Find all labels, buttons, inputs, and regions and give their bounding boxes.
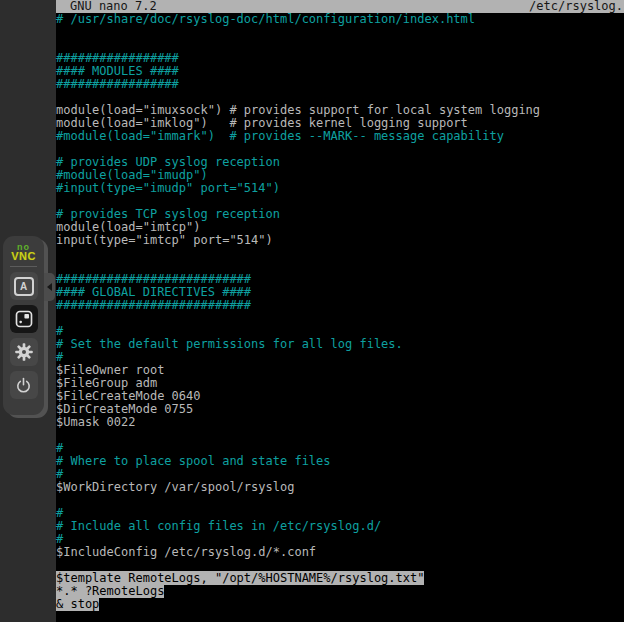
vnc-terminal-screen[interactable]: GNU nano 7.2 /etc/rsyslog. # /usr/share/… [56,0,624,622]
power-button[interactable] [10,371,38,399]
keyboard-button[interactable]: A [10,272,38,300]
editor-line: # Include all config files in /etc/rsysl… [56,520,624,533]
fullscreen-button[interactable] [10,305,38,333]
editor-line [56,26,624,39]
editor-line: # Set the default permissions for all lo… [56,338,624,351]
editor-line: #module(load="immark") # provides --MARK… [56,130,624,143]
keyboard-a-icon: A [14,277,34,296]
settings-button[interactable] [10,338,38,366]
editor-line: $DirCreateMode 0755 [56,403,624,416]
novnc-logo-vnc: VNC [3,252,44,261]
editor-line: input(type="imtcp" port="514") [56,234,624,247]
editor-line [56,247,624,260]
editor-line: $IncludeConfig /etc/rsyslog.d/*.conf [56,546,624,559]
editor-line: $Umask 0022 [56,416,624,429]
editor-line [56,312,624,325]
novnc-control-bar: no VNC A [3,236,44,415]
control-bar-handle[interactable] [44,273,55,301]
editor-line: #input(type="imudp" port="514") [56,182,624,195]
editor-line: ################# [56,78,624,91]
editor-line: ########################### [56,299,624,312]
novnc-logo: no VNC [3,236,44,261]
editor-line: & stop [56,598,624,611]
editor-line: # Where to place spool and state files [56,455,624,468]
editor-line: $WorkDirectory /var/spool/rsyslog [56,481,624,494]
editor-line [56,429,624,442]
fullscreen-icon [14,309,34,329]
divider [10,266,37,267]
gear-icon [14,342,34,362]
editor-line: # /usr/share/doc/rsyslog-doc/html/config… [56,13,624,26]
keyboard-a-label: A [20,281,27,292]
editor-content: # /usr/share/doc/rsyslog-doc/html/config… [56,13,624,611]
desktop: GNU nano 7.2 /etc/rsyslog. # /usr/share/… [0,0,624,622]
collapse-arrow-icon [47,283,52,291]
editor-line [56,494,624,507]
editor-line: *.* ?RemoteLogs [56,585,624,598]
power-icon [14,376,33,395]
nano-filename-label: /etc/rsyslog. [529,0,624,13]
